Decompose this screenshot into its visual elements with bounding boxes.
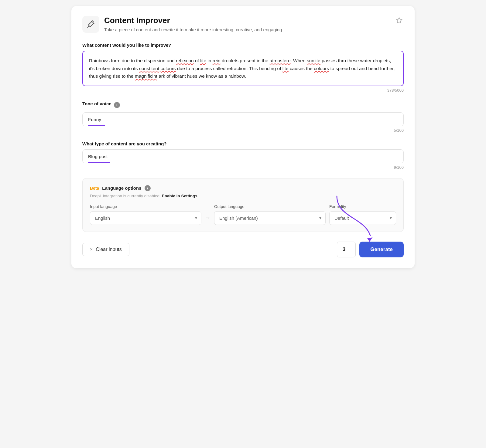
content-type-underline	[88, 162, 110, 163]
tone-label-row: Tone of voice i	[82, 101, 404, 109]
clear-x-icon: ×	[90, 247, 93, 252]
purple-arrow-decoration	[319, 193, 379, 239]
clear-inputs-label: Clear inputs	[96, 247, 122, 252]
content-type-char-count: 9/100	[82, 165, 404, 170]
misspelled-word: lite	[282, 66, 289, 71]
misspelled-word: reflexion	[176, 58, 194, 63]
tone-section: Tone of voice i 5/100	[82, 101, 404, 133]
wand-icon	[87, 20, 95, 29]
misspelled-word: atmosfere	[270, 58, 291, 63]
header-left: Content Improver Take a piece of content…	[82, 16, 283, 33]
content-type-label: What type of content are you creating?	[82, 141, 404, 146]
generate-button[interactable]: Generate	[359, 242, 404, 257]
language-options-label: Language options	[102, 185, 141, 191]
language-panel-header: Beta Language options i	[90, 185, 396, 191]
content-type-input[interactable]	[88, 154, 398, 159]
misspelled-word: lite	[200, 58, 206, 63]
output-language-label: Output language	[214, 204, 326, 209]
page-subtitle: Take a piece of content and rewrite it t…	[104, 26, 283, 33]
input-language-select[interactable]: Auto Detect English French German Spanis…	[90, 211, 201, 225]
tone-info-icon[interactable]: i	[114, 102, 120, 108]
tone-underline	[88, 125, 105, 126]
misspelled-word: sunlite	[307, 58, 320, 63]
content-textarea-wrapper[interactable]: Rainbows form due to the dispersion and …	[82, 51, 404, 86]
language-info-icon[interactable]: i	[145, 185, 151, 191]
header: Content Improver Take a piece of content…	[82, 16, 404, 33]
svg-marker-0	[396, 18, 402, 23]
tone-input-box[interactable]	[82, 112, 404, 126]
main-container: Content Improver Take a piece of content…	[71, 6, 415, 268]
header-text: Content Improver Take a piece of content…	[104, 16, 283, 33]
tool-icon-box	[82, 16, 99, 33]
content-section: What content would you like to improve? …	[82, 42, 404, 93]
misspelled-word: colours	[161, 66, 176, 71]
clear-inputs-button[interactable]: × Clear inputs	[82, 243, 129, 256]
footer-bar: × Clear inputs Generate	[82, 242, 404, 257]
input-language-label: Input language	[90, 204, 201, 209]
misspelled-word: rein	[213, 58, 221, 63]
misspelled-word: constitent	[139, 66, 159, 71]
tone-char-count: 5/100	[82, 128, 404, 133]
content-label: What content would you like to improve?	[82, 42, 404, 48]
page-title: Content Improver	[104, 16, 283, 25]
arrow-between-languages: →	[205, 215, 210, 221]
tone-input[interactable]	[88, 117, 398, 122]
output-language-select[interactable]: English (American) English (British) Fre…	[214, 211, 326, 225]
content-type-input-box[interactable]	[82, 149, 404, 163]
beta-badge: Beta	[90, 186, 99, 191]
content-type-section: What type of content are you creating? 9…	[82, 141, 404, 170]
favorite-button[interactable]	[395, 16, 404, 27]
misspelled-word: colours	[314, 66, 329, 71]
enable-settings-link[interactable]: Enable in Settings.	[162, 194, 199, 198]
misspelled-word: magnificint	[135, 73, 157, 79]
output-language-select-wrapper[interactable]: English (American) English (British) Fre…	[214, 211, 326, 225]
count-input[interactable]	[337, 242, 356, 257]
content-text: Rainbows form due to the dispersion and …	[89, 57, 397, 80]
right-footer: Generate	[337, 242, 404, 257]
star-icon	[396, 17, 402, 24]
content-char-count: 378/5000	[82, 88, 404, 93]
output-language-group: Output language English (American) Engli…	[214, 204, 326, 225]
svg-marker-2	[368, 237, 373, 242]
tone-label: Tone of voice	[82, 101, 111, 106]
input-language-group: Input language Auto Detect English Frenc…	[90, 204, 201, 225]
input-language-select-wrapper[interactable]: Auto Detect English French German Spanis…	[90, 211, 201, 225]
